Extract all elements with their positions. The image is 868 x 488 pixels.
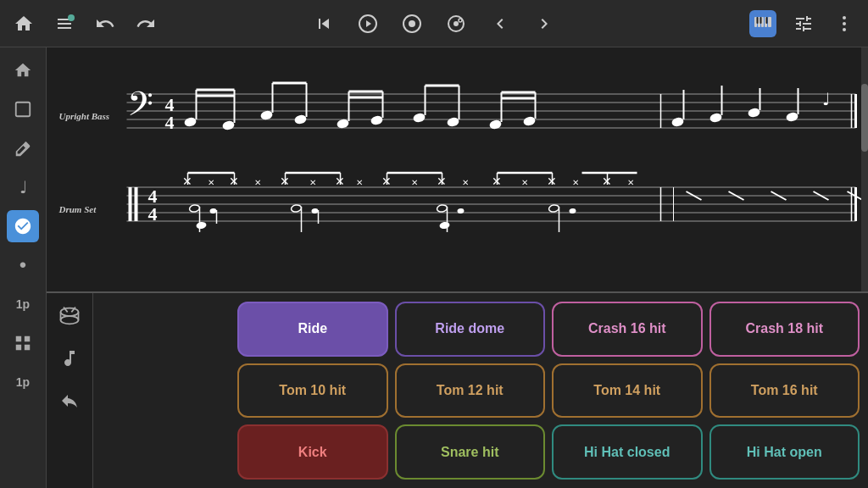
score-svg: Upright Bass Drum Set 𝄢 4 4: [47, 47, 868, 293]
metronome-button[interactable]: [442, 10, 470, 37]
piano-keys-button[interactable]: [749, 10, 776, 37]
pad-tom16[interactable]: Tom 16 hit: [709, 363, 860, 419]
sidebar-note[interactable]: ♩: [7, 171, 39, 203]
drum-pads: Ride Ride dome Crash 16 hit Crash 18 hit…: [93, 293, 868, 488]
sidebar-home[interactable]: [7, 54, 39, 86]
toolbar-center: [310, 10, 558, 37]
svg-text:✕: ✕: [182, 175, 192, 188]
mixer-button[interactable]: [790, 10, 817, 37]
svg-text:✕: ✕: [229, 175, 239, 188]
svg-text:✕: ✕: [627, 178, 634, 187]
upright-bass-label: Upright Bass: [59, 111, 110, 121]
instrument-sidebar: [47, 293, 93, 488]
svg-rect-11: [768, 17, 771, 27]
redo-button[interactable]: [132, 10, 159, 37]
svg-text:✕: ✕: [335, 175, 345, 188]
svg-point-137: [61, 316, 79, 324]
pad-row-3: Kick Snare hit Hi Hat closed Hi Hat open: [237, 424, 860, 480]
sheet-music: Upright Bass Drum Set 𝄢 4 4: [47, 47, 868, 293]
pad-crash18[interactable]: Crash 18 hit: [709, 302, 860, 357]
pad-row-1: Ride Ride dome Crash 16 hit Crash 18 hit: [237, 302, 860, 357]
svg-text:♩: ♩: [822, 90, 830, 108]
pad-tom10[interactable]: Tom 10 hit: [237, 363, 388, 419]
svg-point-3: [409, 20, 415, 27]
svg-rect-14: [766, 17, 768, 24]
pad-ride[interactable]: Ride: [237, 302, 388, 357]
svg-text:✕: ✕: [602, 175, 612, 188]
score-area: Upright Bass Drum Set 𝄢 4 4: [47, 47, 868, 488]
sidebar-clef[interactable]: 1p: [7, 366, 39, 398]
score-scrollbar-track[interactable]: [861, 47, 868, 291]
pad-hihat-open[interactable]: Hi Hat open: [709, 424, 860, 480]
svg-text:4: 4: [165, 112, 175, 133]
svg-point-6: [459, 19, 462, 22]
more-button[interactable]: [831, 10, 858, 37]
pad-kick[interactable]: Kick: [237, 424, 388, 480]
top-toolbar: [0, 0, 868, 47]
svg-text:✕: ✕: [309, 178, 316, 187]
svg-text:✕: ✕: [462, 178, 469, 187]
svg-text:✕: ✕: [547, 175, 557, 188]
drum-section: Ride Ride dome Crash 16 hit Crash 18 hit…: [47, 293, 868, 488]
pad-hihat-closed[interactable]: Hi Hat closed: [552, 424, 703, 480]
toolbar-right: [749, 10, 858, 37]
svg-text:✕: ✕: [280, 175, 290, 188]
sidebar-time[interactable]: 1p: [7, 288, 39, 320]
sidebar-eraser[interactable]: [7, 132, 39, 164]
nav-left-button[interactable]: [487, 10, 514, 37]
sidebar-smart[interactable]: [7, 210, 39, 242]
svg-point-16: [843, 22, 846, 25]
home-button[interactable]: [10, 10, 37, 37]
inst-arrow-icon[interactable]: [53, 385, 86, 417]
drum-set-label: Drum Set: [58, 204, 97, 214]
inst-drum-icon[interactable]: [53, 300, 86, 332]
inst-note-icon[interactable]: [53, 342, 86, 374]
svg-text:✕: ✕: [356, 178, 363, 187]
record-button[interactable]: [398, 10, 426, 37]
pad-tom14[interactable]: Tom 14 hit: [552, 363, 703, 419]
score-scrollbar-thumb[interactable]: [861, 84, 868, 152]
sidebar-dot[interactable]: •: [7, 249, 39, 281]
svg-point-5: [453, 21, 459, 26]
svg-point-17: [843, 28, 846, 31]
rewind-button[interactable]: [310, 10, 337, 37]
svg-text:✕: ✕: [521, 178, 528, 187]
sidebar-selection[interactable]: [7, 93, 39, 125]
svg-text:✕: ✕: [411, 178, 418, 187]
svg-rect-12: [757, 17, 759, 24]
svg-text:✕: ✕: [437, 175, 447, 188]
pad-row-2: Tom 10 hit Tom 12 hit Tom 14 hit Tom 16 …: [237, 363, 860, 419]
svg-rect-34: [135, 187, 138, 221]
main-area: ♩ • 1p 1p Upright Bass Drum Set: [0, 47, 868, 488]
pad-snare[interactable]: Snare hit: [395, 424, 546, 480]
svg-point-15: [843, 16, 846, 19]
pad-ride-dome[interactable]: Ride dome: [395, 302, 546, 357]
svg-text:✕: ✕: [572, 178, 579, 187]
svg-text:✕: ✕: [254, 178, 261, 187]
add-tracks-button[interactable]: [51, 10, 78, 37]
left-sidebar: ♩ • 1p 1p: [0, 47, 47, 488]
svg-rect-18: [16, 103, 31, 117]
svg-point-0: [68, 14, 75, 21]
svg-point-134: [61, 308, 79, 316]
play-button[interactable]: [354, 10, 381, 37]
pad-tom12[interactable]: Tom 12 hit: [395, 363, 546, 419]
undo-button[interactable]: [92, 10, 119, 37]
nav-right-button[interactable]: [531, 10, 558, 37]
svg-text:✕: ✕: [492, 175, 502, 188]
svg-text:✕: ✕: [208, 178, 214, 187]
sidebar-grid[interactable]: [7, 327, 39, 359]
svg-rect-33: [129, 187, 132, 221]
toolbar-left: [10, 10, 159, 37]
svg-text:4: 4: [148, 203, 158, 225]
svg-text:✕: ✕: [381, 175, 392, 188]
pad-crash16[interactable]: Crash 16 hit: [552, 302, 703, 357]
svg-rect-13: [760, 17, 762, 24]
svg-text:𝄢: 𝄢: [127, 86, 153, 130]
